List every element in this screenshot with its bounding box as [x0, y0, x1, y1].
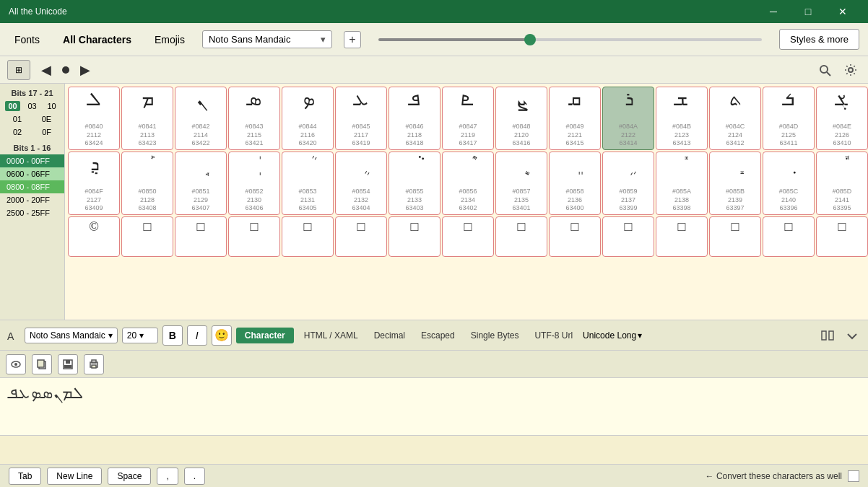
range-2000-20FF[interactable]: 2000 - 20FF: [0, 193, 64, 206]
char-cell-row3-1[interactable]: □: [121, 216, 173, 257]
char-cell-row3-3[interactable]: □: [228, 216, 280, 257]
char-cell-#084F[interactable]: ܯ#084F212763409: [68, 152, 120, 215]
fonts-menu[interactable]: Fonts: [9, 31, 45, 48]
tab-decimal[interactable]: Decimal: [368, 328, 411, 343]
range-0600-06FF[interactable]: 0600 - 06FF: [0, 167, 64, 180]
bit-02[interactable]: 02: [10, 127, 25, 137]
char-cell-#0855[interactable]: ܵ#0855213363403: [389, 152, 440, 215]
range-0000-00FF[interactable]: 0000 - 00FF: [0, 154, 64, 167]
char-cell-#085C[interactable]: ܼ#085C214063396: [763, 152, 815, 215]
settings-button[interactable]: [841, 60, 861, 80]
char-cell-row3-12[interactable]: □: [709, 216, 761, 257]
bit-0F[interactable]: 0F: [39, 127, 54, 137]
char-cell-#084E[interactable]: ܮ#084E212663410: [816, 87, 868, 150]
char-cell-#084A[interactable]: ܪ#084A212263414: [602, 87, 654, 150]
bit-0E[interactable]: 0E: [39, 114, 54, 124]
char-cell-#084C[interactable]: ܬ#084C212463412: [709, 87, 761, 150]
bit-10[interactable]: 10: [44, 101, 58, 111]
tab-utf8-url[interactable]: UTF-8 Url: [529, 328, 578, 343]
font-preview-button[interactable]: A: [6, 328, 20, 343]
char-cell-#085D[interactable]: ܽ#085D214163395: [816, 152, 868, 215]
text-display-area[interactable]: ܠܡܢܣܤܥܦ: [0, 378, 868, 436]
print-button[interactable]: [84, 354, 104, 374]
emojis-menu[interactable]: Emojis: [149, 31, 191, 48]
space-button[interactable]: Space: [108, 468, 151, 485]
char-cell-#0851[interactable]: ܱ#0851212963407: [175, 152, 227, 215]
char-cell-#084D[interactable]: ܭ#084D212563411: [763, 87, 815, 150]
period-button[interactable]: .: [184, 468, 205, 485]
range-0800-08FF[interactable]: 0800 - 08FF: [0, 180, 64, 193]
char-cell-#0857[interactable]: ܷ#0857213563401: [495, 152, 547, 215]
char-cell-#0842[interactable]: ܢ#0842211463422: [175, 87, 227, 150]
back-button[interactable]: ◀: [36, 60, 56, 80]
expand-button[interactable]: [842, 325, 862, 346]
forward-button[interactable]: ▶: [75, 60, 95, 80]
char-cell-#0859[interactable]: ܹ#0859213763399: [602, 152, 654, 215]
char-cell-#085B[interactable]: ܻ#085B213963397: [709, 152, 761, 215]
save-button[interactable]: [58, 354, 78, 374]
char-cell-row3-13[interactable]: □: [763, 216, 815, 257]
char-cell-row3-14[interactable]: □: [816, 216, 868, 257]
minimize-button[interactable]: ─: [757, 0, 790, 23]
convert-checkbox[interactable]: [848, 470, 859, 482]
char-cell-row3-8[interactable]: □: [495, 216, 547, 257]
copy-columns-button[interactable]: [817, 325, 838, 346]
char-cell-row3-5[interactable]: □: [335, 216, 387, 257]
bit-03[interactable]: 03: [25, 101, 39, 111]
char-cell-row3-9[interactable]: □: [549, 216, 601, 257]
char-cell-#085A[interactable]: ܺ#085A213863398: [656, 152, 708, 215]
new-line-button[interactable]: New Line: [47, 468, 102, 485]
grid-view-button[interactable]: ⊞: [7, 60, 30, 80]
italic-button[interactable]: I: [187, 325, 207, 346]
unicode-long-dropdown[interactable]: Unicode Long ▾: [583, 330, 642, 341]
font-size-dropdown[interactable]: 20 ▾: [122, 328, 158, 343]
all-characters-menu[interactable]: All Characters: [57, 31, 137, 48]
add-font-button[interactable]: +: [344, 31, 361, 48]
styles-more-button[interactable]: Styles & more: [779, 29, 859, 50]
bit-01[interactable]: 01: [10, 114, 25, 124]
bit-00[interactable]: 00: [5, 101, 19, 111]
tab-html-xaml[interactable]: HTML / XAML: [298, 328, 364, 343]
char-cell-#0850[interactable]: ܰ#0850212863408: [121, 152, 173, 215]
font-dropdown[interactable]: Noto Sans Mandaic ▾: [202, 30, 332, 48]
char-cell-#0849[interactable]: ܩ#0849212163415: [549, 87, 601, 150]
close-button[interactable]: ✕: [826, 0, 859, 23]
zoom-slider-thumb[interactable]: [524, 34, 536, 45]
encode-font-dropdown[interactable]: Noto Sans Mandaic ▾: [25, 328, 118, 343]
char-cell-#0841[interactable]: ܡ#0841211363423: [121, 87, 173, 150]
char-cell-row3-0[interactable]: ©: [68, 216, 120, 257]
eye-button[interactable]: [6, 354, 26, 374]
char-cell-#0858[interactable]: ܸ#0858213663400: [549, 152, 601, 215]
char-cell-row3-2[interactable]: □: [175, 216, 227, 257]
char-cell-row3-10[interactable]: □: [602, 216, 654, 257]
char-cell-#0854[interactable]: ܴ#0854213263404: [335, 152, 387, 215]
char-cell-#0853[interactable]: ܳ#0853213163405: [282, 152, 334, 215]
copy-button[interactable]: [32, 354, 52, 374]
tab-escaped[interactable]: Escaped: [415, 328, 461, 343]
tab-character[interactable]: Character: [236, 328, 294, 343]
emoji-button[interactable]: 🙂: [212, 325, 232, 346]
range-2500-25FF[interactable]: 2500 - 25FF: [0, 206, 64, 219]
char-cell-#0843[interactable]: ܣ#0843211563421: [228, 87, 280, 150]
char-cell-#0846[interactable]: ܦ#0846211863418: [389, 87, 440, 150]
char-cell-#0856[interactable]: ܶ#0856213463402: [442, 152, 494, 215]
char-cell-#0845[interactable]: ܥ#0845211763419: [335, 87, 387, 150]
tab-single-bytes[interactable]: Single Bytes: [465, 328, 525, 343]
char-cell-row3-7[interactable]: □: [442, 216, 494, 257]
char-cell-#084B[interactable]: ܫ#084B212363413: [656, 87, 708, 150]
char-cell-row3-11[interactable]: □: [656, 216, 708, 257]
char-cell-#0844[interactable]: ܤ#0844211663420: [282, 87, 334, 150]
zoom-slider[interactable]: [378, 38, 762, 41]
bold-button[interactable]: B: [162, 325, 183, 346]
char-codes: #0844211663420: [298, 123, 316, 148]
char-cell-row3-6[interactable]: □: [389, 216, 440, 257]
char-cell-#0848[interactable]: ܨ#0848212063416: [495, 87, 547, 150]
comma-button[interactable]: ,: [157, 468, 178, 485]
tab-button[interactable]: Tab: [9, 468, 41, 485]
char-cell-row3-4[interactable]: □: [282, 216, 334, 257]
maximize-button[interactable]: □: [791, 0, 825, 23]
char-cell-#0852[interactable]: ܲ#0852213063406: [228, 152, 280, 215]
search-button[interactable]: [815, 60, 835, 80]
char-cell-#0847[interactable]: ܧ#0847211963417: [442, 87, 494, 150]
char-cell-#0840[interactable]: ܠ#0840211263424: [68, 87, 120, 150]
